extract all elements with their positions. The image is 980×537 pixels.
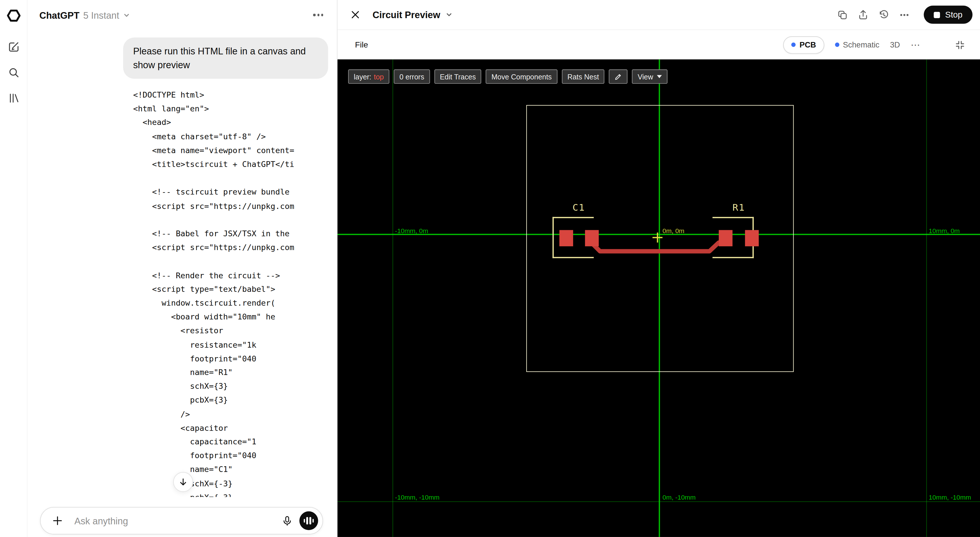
sidebar-rail: [0, 0, 28, 537]
component-label-c1: C1: [560, 202, 597, 213]
tab-3d[interactable]: 3D: [890, 40, 900, 49]
component-label-r1: R1: [720, 202, 757, 213]
tab-schematic[interactable]: Schematic: [835, 40, 879, 49]
canvas-title-dropdown[interactable]: Circuit Preview: [372, 10, 453, 20]
view-tabs: PCB Schematic 3D ⋯: [783, 36, 969, 54]
pcb-toolbar: layer: top 0 errors Edit Traces Move Com…: [348, 69, 668, 84]
history-icon[interactable]: [875, 6, 893, 24]
library-icon[interactable]: [5, 89, 22, 107]
more-options-icon[interactable]: [896, 6, 913, 24]
composer: [40, 507, 323, 535]
edit-traces-button[interactable]: Edit Traces: [434, 69, 481, 84]
copy-icon[interactable]: [834, 6, 851, 24]
pad-c1-1: [559, 230, 573, 246]
chevron-down-icon: [123, 11, 130, 18]
stop-label: Stop: [945, 10, 963, 19]
share-upload-icon[interactable]: [854, 6, 872, 24]
tab-schematic-label: Schematic: [843, 40, 880, 49]
search-icon[interactable]: [5, 64, 22, 81]
edit-pencil-icon[interactable]: [609, 69, 628, 84]
chat-header: ChatGPT 5 Instant: [28, 0, 337, 30]
pad-r1-1: [719, 230, 733, 246]
new-chat-icon[interactable]: [5, 38, 22, 56]
attach-plus-icon[interactable]: [49, 512, 66, 529]
chat-messages: Please run this HTML file in a canvas an…: [28, 30, 337, 497]
chat-panel: ChatGPT 5 Instant Please run this HTML f…: [28, 0, 337, 537]
tab-pcb[interactable]: PCB: [783, 36, 824, 54]
layer-select-button[interactable]: layer: top: [348, 69, 390, 84]
canvas-panel: Circuit Preview: [337, 0, 980, 537]
canvas-actions: Stop: [834, 6, 972, 24]
dictate-mic-icon[interactable]: [278, 512, 296, 529]
cursor-crosshair-icon: [657, 233, 658, 242]
layer-label: layer:: [354, 73, 371, 80]
layer-value: top: [374, 73, 384, 80]
rats-nest-button[interactable]: Rats Nest: [562, 69, 605, 84]
tab-pcb-label: PCB: [800, 40, 816, 49]
tabs-more-icon[interactable]: ⋯: [911, 39, 921, 50]
close-canvas-icon[interactable]: [346, 6, 364, 24]
message-input[interactable]: [73, 515, 278, 527]
model-selector[interactable]: ChatGPT 5 Instant: [40, 10, 130, 21]
canvas-title: Circuit Preview: [372, 10, 440, 20]
pcb-canvas[interactable]: layer: top 0 errors Edit Traces Move Com…: [337, 59, 980, 537]
conversation-menu-icon[interactable]: [310, 10, 327, 20]
caret-down-icon: [657, 75, 662, 78]
view-label: View: [638, 73, 653, 80]
stop-square-icon: [934, 11, 940, 18]
errors-button[interactable]: 0 errors: [394, 69, 430, 84]
openai-logo-icon[interactable]: [5, 7, 22, 24]
pad-r1-2: [745, 230, 759, 246]
fit-to-view-icon[interactable]: [951, 36, 969, 54]
tab-3d-label: 3D: [890, 40, 900, 49]
voice-mode-icon[interactable]: [299, 512, 318, 530]
pad-c1-2: [585, 230, 599, 246]
model-name: 5 Instant: [83, 10, 119, 21]
file-menu[interactable]: File: [355, 40, 368, 49]
schematic-status-dot: [835, 43, 839, 47]
stop-button[interactable]: Stop: [924, 6, 972, 24]
pcb-status-dot: [792, 43, 796, 47]
pcb-trace: [337, 59, 980, 537]
canvas-header: Circuit Preview: [337, 0, 980, 30]
app-title: ChatGPT: [40, 10, 80, 21]
scroll-to-bottom-button[interactable]: [173, 472, 193, 492]
view-dropdown-button[interactable]: View: [632, 69, 668, 84]
user-message-bubble: Please run this HTML file in a canvas an…: [123, 37, 328, 78]
user-code-block: <!DOCTYPE html> <html lang="en"> <head> …: [133, 88, 328, 497]
chevron-down-icon: [446, 11, 453, 18]
canvas-subheader: File PCB Schematic 3D ⋯: [337, 30, 980, 59]
app-window: ChatGPT 5 Instant Please run this HTML f…: [0, 0, 980, 537]
move-components-button[interactable]: Move Components: [486, 69, 557, 84]
